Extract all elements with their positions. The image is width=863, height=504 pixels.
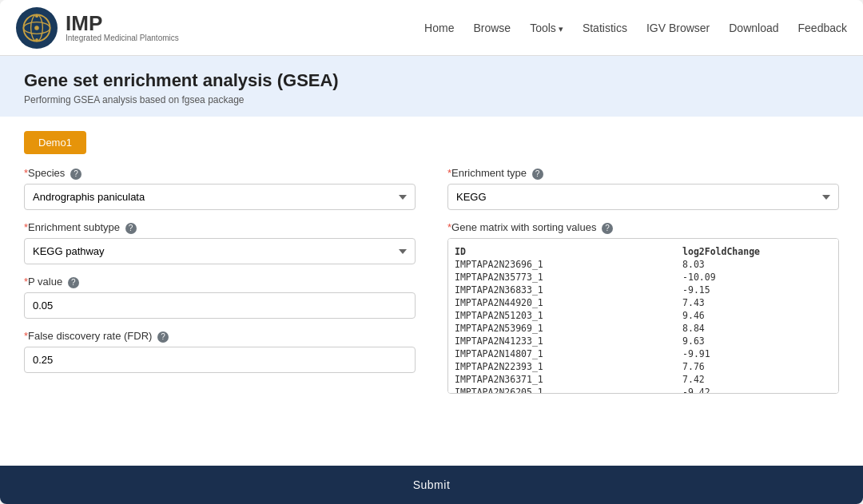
fdr-label: *False discovery rate (FDR) ?: [24, 330, 416, 343]
gene-value-cell: -9.42: [682, 386, 832, 394]
enrichment-subtype-info-icon[interactable]: ?: [125, 223, 137, 234]
fdr-info-icon[interactable]: ?: [157, 331, 169, 343]
gene-value-cell: 9.46: [682, 309, 832, 322]
demo1-button[interactable]: Demo1: [24, 131, 86, 154]
submit-button[interactable]: Submit: [413, 478, 451, 491]
enrichment-type-group: *Enrichment type ? KEGG: [447, 167, 839, 210]
nav-feedback[interactable]: Feedback: [798, 22, 847, 34]
app-window: IMP Integrated Medicinal Plantomics Home…: [0, 0, 863, 504]
nav-links: Home Browse Tools Statistics IGV Browser…: [424, 22, 847, 34]
left-column: *Species ? Andrographis paniculata *Enri…: [24, 167, 416, 458]
gene-matrix-group: *Gene matrix with sorting values ? IDlog…: [447, 221, 839, 394]
p-value-info-icon[interactable]: ?: [68, 277, 79, 288]
gene-value-cell: log2FoldChange: [682, 245, 832, 258]
fdr-input[interactable]: [24, 347, 416, 373]
svg-point-4: [34, 26, 39, 30]
gene-matrix-label: *Gene matrix with sorting values ?: [447, 221, 839, 234]
page-subtitle: Performing GSEA analysis based on fgsea …: [24, 94, 839, 105]
gene-matrix-row: IMPTAPA2N22393_17.76: [455, 360, 832, 373]
gene-value-cell: -10.09: [682, 271, 832, 284]
gene-id-cell: IMPTAPA2N26205_1: [455, 386, 682, 394]
species-select[interactable]: Andrographis paniculata: [24, 184, 416, 210]
gene-matrix-row: IMPTAPA2N36371_17.42: [455, 373, 832, 386]
right-column: *Enrichment type ? KEGG *Gene matrix wit…: [447, 167, 839, 458]
page-title: Gene set enrichment analysis (GSEA): [24, 70, 839, 91]
gene-value-cell: 9.63: [682, 335, 832, 347]
main-content: Demo1 *Species ? Andrographis paniculata: [0, 117, 863, 466]
species-info-icon[interactable]: ?: [70, 169, 82, 180]
enrichment-subtype-select[interactable]: KEGG pathway: [24, 238, 416, 264]
gene-matrix-table: IDlog2FoldChangeIMPTAPA2N23696_18.03IMPT…: [455, 245, 832, 394]
nav-download[interactable]: Download: [729, 22, 778, 34]
svg-point-5: [35, 14, 38, 18]
enrichment-type-select[interactable]: KEGG: [447, 184, 839, 210]
nav-igv-browser[interactable]: IGV Browser: [646, 22, 710, 34]
footer: Submit: [0, 466, 863, 504]
gene-value-cell: 8.84: [682, 322, 832, 335]
species-label: *Species ?: [24, 167, 416, 180]
gene-id-cell: ID: [455, 245, 682, 258]
logo-imp-text: IMP: [66, 13, 179, 34]
gene-id-cell: IMPTAPA2N36371_1: [455, 373, 682, 386]
gene-matrix-row: IMPTAPA2N53969_18.84: [455, 322, 832, 335]
gene-matrix-row: IMPTAPA2N51203_19.46: [455, 309, 832, 322]
gene-value-cell: 7.42: [682, 373, 832, 386]
gene-matrix-box[interactable]: IDlog2FoldChangeIMPTAPA2N23696_18.03IMPT…: [447, 238, 839, 394]
gene-value-cell: -9.91: [682, 347, 832, 360]
enrichment-type-label: *Enrichment type ?: [447, 167, 839, 180]
nav-browse[interactable]: Browse: [473, 22, 511, 34]
gene-id-cell: IMPTAPA2N53969_1: [455, 322, 682, 335]
svg-point-6: [35, 38, 38, 41]
enrichment-subtype-label: *Enrichment subtype ?: [24, 221, 416, 234]
gene-id-cell: IMPTAPA2N22393_1: [455, 360, 682, 373]
gene-matrix-row: IMPTAPA2N36833_1-9.15: [455, 284, 832, 296]
p-value-label: *P value ?: [24, 276, 416, 288]
fdr-group: *False discovery rate (FDR) ?: [24, 330, 416, 373]
gene-value-cell: 7.76: [682, 360, 832, 373]
p-value-input[interactable]: [24, 292, 416, 319]
logo-subtitle-text: Integrated Medicinal Plantomics: [66, 34, 179, 42]
gene-matrix-row: IMPTAPA2N26205_1-9.42: [455, 386, 832, 394]
logo-area: IMP Integrated Medicinal Plantomics: [16, 7, 179, 49]
gene-matrix-row: IMPTAPA2N44920_17.43: [455, 296, 832, 309]
p-value-group: *P value ?: [24, 276, 416, 319]
gene-id-cell: IMPTAPA2N44920_1: [455, 296, 682, 309]
enrichment-subtype-group: *Enrichment subtype ? KEGG pathway: [24, 221, 416, 264]
logo-icon: [16, 7, 58, 49]
gene-matrix-row: IMPTAPA2N23696_18.03: [455, 258, 832, 271]
gene-value-cell: -9.15: [682, 284, 832, 296]
navbar: IMP Integrated Medicinal Plantomics Home…: [0, 0, 863, 56]
nav-tools[interactable]: Tools: [530, 22, 563, 34]
logo-text: IMP Integrated Medicinal Plantomics: [66, 13, 179, 42]
gene-id-cell: IMPTAPA2N14807_1: [455, 347, 682, 360]
gene-matrix-row: IDlog2FoldChange: [455, 245, 832, 258]
gene-id-cell: IMPTAPA2N41233_1: [455, 335, 682, 347]
gene-id-cell: IMPTAPA2N23696_1: [455, 258, 682, 271]
gene-matrix-row: IMPTAPA2N35773_1-10.09: [455, 271, 832, 284]
gene-matrix-row: IMPTAPA2N41233_19.63: [455, 335, 832, 347]
page-header: Gene set enrichment analysis (GSEA) Perf…: [0, 56, 863, 117]
gene-id-cell: IMPTAPA2N35773_1: [455, 271, 682, 284]
gene-matrix-row: IMPTAPA2N14807_1-9.91: [455, 347, 832, 360]
species-group: *Species ? Andrographis paniculata: [24, 167, 416, 210]
nav-statistics[interactable]: Statistics: [583, 22, 627, 34]
form-grid: *Species ? Andrographis paniculata *Enri…: [24, 167, 839, 458]
gene-value-cell: 7.43: [682, 296, 832, 309]
gene-matrix-info-icon[interactable]: ?: [602, 223, 613, 234]
nav-home[interactable]: Home: [424, 22, 454, 34]
gene-id-cell: IMPTAPA2N51203_1: [455, 309, 682, 322]
enrichment-type-info-icon[interactable]: ?: [532, 169, 543, 180]
gene-value-cell: 8.03: [682, 258, 832, 271]
gene-id-cell: IMPTAPA2N36833_1: [455, 284, 682, 296]
